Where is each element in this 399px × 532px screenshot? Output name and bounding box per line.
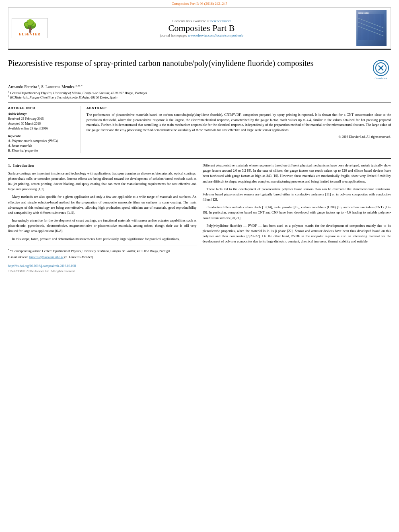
journal-cover: composites [355, 10, 387, 46]
keywords-label: Keywords: [8, 134, 76, 138]
article-info-abstract: ARTICLE INFO Article history: Received 2… [8, 103, 391, 153]
doi-bar: http://dx.doi.org/10.1016/j.compositesb.… [8, 262, 197, 274]
homepage-link[interactable]: www.elsevier.com/locate/compositesb [188, 33, 243, 37]
body-para-2: Many methods are also specific for a giv… [8, 194, 197, 216]
science-direct-link[interactable]: ScienceDirect [210, 19, 230, 23]
issn-text: 1359-8368/© 2016 Elsevier Ltd. All right… [8, 269, 197, 274]
contents-label: Contents lists available at [173, 19, 210, 23]
elsevier-logo: 🌳 ELSEVIER [12, 18, 48, 38]
accepted-date: Accepted 30 March 2016 [8, 121, 76, 126]
elsevier-label: ELSEVIER [14, 32, 46, 36]
elsevier-tree-icon: 🌳 [14, 20, 46, 32]
abstract-text: The performance of piezoresistive materi… [86, 112, 391, 133]
right-para-4: Poly(vinylidene fluoride) — PVDF — has b… [203, 223, 391, 244]
body-left-col: 1. Introduction Surface coatings are imp… [8, 163, 197, 274]
footnote-email: E-mail address: lanceros@fisica.uminho.p… [8, 255, 197, 260]
affiliation-a: a Center/Department of Physics, Universi… [8, 90, 391, 95]
main-content: Piezoresistive response of spray-printed… [8, 50, 391, 278]
article-title: Piezoresistive response of spray-printed… [8, 58, 313, 68]
right-para-2: These facts led to the development of pi… [203, 187, 391, 203]
crossmark-label: CrossMark [374, 77, 387, 80]
abstract-col: ABSTRACT The performance of piezoresisti… [86, 106, 391, 153]
article-info-col: ARTICLE INFO Article history: Received 2… [8, 106, 80, 153]
affiliations: a Center/Department of Physics, Universi… [8, 90, 391, 99]
body-para-4: In this scope, force, pressure and defor… [8, 236, 197, 242]
cover-graphic [358, 14, 384, 40]
doi-link[interactable]: http://dx.doi.org/10.1016/j.compositesb.… [8, 264, 197, 269]
copyright: © 2016 Elsevier Ltd. All rights reserved… [86, 135, 391, 139]
body-para-1: Surface coatings are important in scienc… [8, 171, 197, 192]
footnotes: * * Corresponding author. Center/Departm… [8, 246, 197, 260]
section1-heading: 1. Introduction [8, 163, 197, 169]
footnote-corresponding: * * Corresponding author. Center/Departm… [8, 248, 197, 254]
body-right-col: Different piezoresistive materials whose… [203, 163, 391, 274]
right-para-1: Different piezoresistive materials whose… [203, 163, 391, 184]
article-info-heading: ARTICLE INFO [8, 106, 76, 110]
journal-header: 🌳 ELSEVIER Contents lists available at S… [8, 7, 391, 50]
article-header: Piezoresistive response of spray-printed… [8, 54, 391, 82]
keyword-1: A. Polymer-matrix composites (PMCs) [8, 139, 76, 144]
email-link[interactable]: lanceros@fisica.uminho.pt [29, 255, 64, 259]
received-date: Received 25 February 2015 [8, 117, 76, 121]
citation-text: Composites Part B 96 (2016) 242–247 [172, 2, 228, 6]
science-direct-line: Contents lists available at ScienceDirec… [48, 19, 355, 23]
crossmark-badge[interactable]: CrossMark [371, 60, 391, 80]
available-date: Available online 23 April 2016 [8, 126, 76, 131]
history-label: Article history: [8, 112, 76, 116]
right-para-3: Conductive fillers include carbon black … [203, 205, 391, 221]
body-para-3: Increasingly attractive for the developm… [8, 218, 197, 234]
authors-line: Armando Ferreira a, S. Lanceros-Mendez a… [8, 84, 391, 89]
affiliation-b: b BCMaterials, Parque Científico y Tecno… [8, 95, 391, 99]
keyword-2: A. Smart materials [8, 144, 76, 148]
cover-image: composites [356, 10, 387, 46]
abstract-heading: ABSTRACT [86, 106, 391, 110]
crossmark-icon [373, 60, 389, 76]
keyword-3: B. Electrical properties [8, 148, 76, 153]
journal-name: Composites Part B [48, 23, 355, 33]
homepage-line: journal homepage: www.elsevier.com/locat… [48, 33, 355, 37]
journal-citation: Composites Part B 96 (2016) 242–247 [0, 0, 399, 7]
body-content: 1. Introduction Surface coatings are imp… [8, 158, 391, 274]
journal-center-info: Contents lists available at ScienceDirec… [48, 19, 355, 37]
